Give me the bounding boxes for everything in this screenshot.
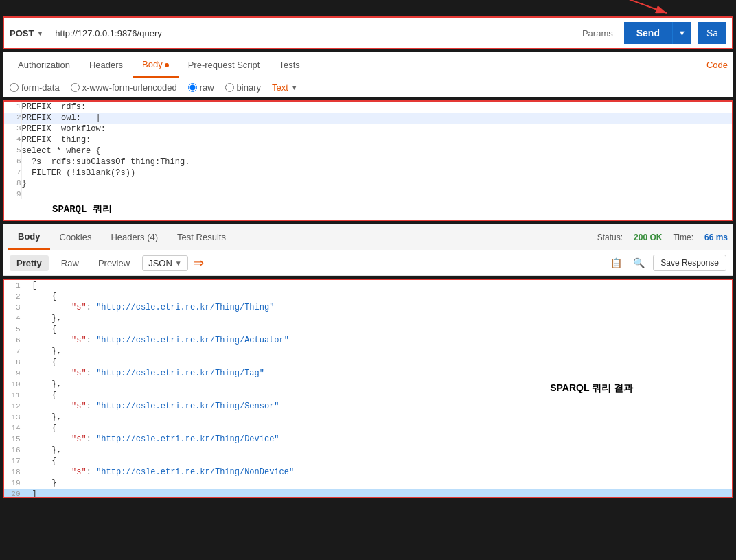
send-button[interactable]: Send bbox=[624, 22, 672, 44]
status-label: Status: bbox=[597, 233, 623, 242]
resp-line-content: { bbox=[25, 291, 732, 302]
response-tab-body[interactable]: Body bbox=[8, 224, 50, 250]
tab-headers[interactable]: Headers bbox=[80, 53, 133, 77]
line-content: select * where { bbox=[21, 145, 732, 156]
code-line: 2PREFIX owl: | bbox=[4, 113, 732, 124]
json-chevron-icon: ▼ bbox=[175, 259, 182, 267]
line-content: FILTER (!isBlank(?s)) bbox=[21, 167, 732, 178]
response-line: 16 }, bbox=[4, 445, 732, 456]
status-info: Status: 200 OK Time: 66 ms bbox=[597, 233, 728, 242]
code-link[interactable]: Code bbox=[706, 60, 728, 70]
line-content: PREFIX thing: bbox=[21, 135, 732, 145]
response-line: 19 } bbox=[4, 478, 732, 489]
request-tabs: Authorization Headers Body Pre-request S… bbox=[3, 52, 733, 78]
filter-icon[interactable]: ⇒ bbox=[194, 255, 204, 270]
resp-line-content: }, bbox=[25, 313, 732, 324]
resp-line-number: 9 bbox=[4, 368, 25, 379]
binary-option[interactable]: binary bbox=[225, 82, 261, 93]
resp-view-pretty[interactable]: Pretty bbox=[10, 255, 49, 271]
tab-tests[interactable]: Tests bbox=[269, 53, 309, 77]
response-line: 9 "s": "http://csle.etri.re.kr/Thing/Tag… bbox=[4, 368, 732, 379]
code-line: 1PREFIX rdfs: bbox=[4, 102, 732, 113]
time-value: 66 ms bbox=[704, 233, 728, 242]
body-options: form-data x-www-form-urlencoded raw bina… bbox=[3, 78, 733, 97]
resp-line-number: 11 bbox=[4, 390, 25, 401]
tab-prerequest[interactable]: Pre-request Script bbox=[179, 53, 270, 77]
resp-line-content: "s": "http://csle.etri.re.kr/Thing/Senso… bbox=[25, 401, 732, 412]
tab-body[interactable]: Body bbox=[133, 52, 179, 78]
line-number: 9 bbox=[4, 189, 21, 199]
resp-line-content: { bbox=[25, 324, 732, 335]
resp-line-content: "s": "http://csle.etri.re.kr/Thing/Thing… bbox=[25, 302, 732, 313]
svg-line-0 bbox=[629, 0, 667, 13]
form-data-option[interactable]: form-data bbox=[10, 82, 60, 93]
line-number: 6 bbox=[4, 156, 21, 167]
json-format-selector[interactable]: JSON ▼ bbox=[142, 255, 188, 271]
response-line: 4 }, bbox=[4, 313, 732, 324]
line-content: PREFIX rdfs: bbox=[21, 102, 732, 113]
arrow-annotation bbox=[629, 0, 670, 16]
raw-option[interactable]: raw bbox=[188, 82, 214, 93]
resp-line-number: 8 bbox=[4, 357, 25, 368]
search-icon[interactable]: 🔍 bbox=[630, 255, 647, 271]
resp-line-number: 16 bbox=[4, 445, 25, 456]
resp-line-number: 5 bbox=[4, 324, 25, 335]
response-line: 8 { bbox=[4, 357, 732, 368]
resp-line-content: "s": "http://csle.etri.re.kr/Thing/Actua… bbox=[25, 335, 732, 346]
params-button[interactable]: Params bbox=[577, 25, 619, 41]
resp-line-number: 18 bbox=[4, 467, 25, 478]
urlencoded-option[interactable]: x-www-form-urlencoded bbox=[71, 82, 177, 93]
save-response-button[interactable]: Save Response bbox=[653, 255, 726, 271]
method-label: POST bbox=[10, 28, 34, 38]
code-line: 4PREFIX thing: bbox=[4, 135, 732, 145]
url-input[interactable] bbox=[55, 28, 571, 38]
response-line: 6 "s": "http://csle.etri.re.kr/Thing/Act… bbox=[4, 335, 732, 346]
resp-line-number: 7 bbox=[4, 346, 25, 357]
resp-line-content: { bbox=[25, 456, 732, 467]
send-dropdown-button[interactable]: ▼ bbox=[672, 22, 691, 44]
method-selector[interactable]: POST ▼ bbox=[10, 28, 49, 38]
raw-text-selector[interactable]: Text ▼ bbox=[272, 82, 298, 93]
response-line: 20] bbox=[4, 489, 732, 498]
resp-view-raw[interactable]: Raw bbox=[54, 255, 86, 271]
url-bar-container: POST ▼ Params Send ▼ Sa bbox=[3, 16, 733, 49]
tab-authorization[interactable]: Authorization bbox=[8, 53, 80, 77]
resp-line-content: [ bbox=[25, 280, 732, 291]
line-number: 1 bbox=[4, 102, 21, 113]
resp-line-number: 10 bbox=[4, 379, 25, 390]
line-number: 2 bbox=[4, 113, 21, 124]
code-line: 8} bbox=[4, 178, 732, 189]
code-editor[interactable]: 1PREFIX rdfs: 2PREFIX owl: |3PREFIX work… bbox=[3, 100, 733, 221]
code-line: 7 FILTER (!isBlank(?s)) bbox=[4, 167, 732, 178]
response-tab-testresults[interactable]: Test Results bbox=[168, 225, 235, 249]
response-line: 15 "s": "http://csle.etri.re.kr/Thing/De… bbox=[4, 434, 732, 445]
save-button[interactable]: Sa bbox=[698, 22, 726, 44]
response-toolbar: Pretty Raw Preview JSON ▼ ⇒ 📋 🔍 Save Res… bbox=[3, 250, 733, 276]
resp-line-content: "s": "http://csle.etri.re.kr/Thing/Devic… bbox=[25, 434, 732, 445]
line-content: } bbox=[21, 178, 732, 189]
resp-line-number: 6 bbox=[4, 335, 25, 346]
line-number: 4 bbox=[4, 135, 21, 145]
resp-line-number: 20 bbox=[4, 489, 25, 498]
send-btn-group: Send ▼ bbox=[624, 22, 691, 44]
resp-line-number: 13 bbox=[4, 412, 25, 423]
code-line: 5select * where { bbox=[4, 145, 732, 156]
response-line: 12 "s": "http://csle.etri.re.kr/Thing/Se… bbox=[4, 401, 732, 412]
response-tab-cookies[interactable]: Cookies bbox=[50, 225, 102, 249]
resp-line-number: 14 bbox=[4, 423, 25, 434]
resp-line-content: { bbox=[25, 357, 732, 368]
top-bar bbox=[0, 0, 736, 14]
resp-line-number: 19 bbox=[4, 478, 25, 489]
code-line: 6 ?s rdfs:subClassOf thing:Thing. bbox=[4, 156, 732, 167]
resp-line-content: }, bbox=[25, 346, 732, 357]
response-line: 2 { bbox=[4, 291, 732, 302]
resp-view-preview[interactable]: Preview bbox=[91, 255, 137, 271]
line-content: PREFIX workflow: bbox=[21, 124, 732, 135]
resp-line-content: }, bbox=[25, 412, 732, 423]
response-body-wrapper: 1[2 {3 "s": "http://csle.etri.re.kr/Thin… bbox=[0, 279, 736, 498]
resp-line-content: { bbox=[25, 423, 732, 434]
copy-icon[interactable]: 📋 bbox=[608, 255, 625, 271]
sparql-query-annotation: SPARQL 쿼리 bbox=[4, 199, 732, 220]
response-line: 14 { bbox=[4, 423, 732, 434]
response-tab-headers[interactable]: Headers (4) bbox=[101, 225, 168, 249]
